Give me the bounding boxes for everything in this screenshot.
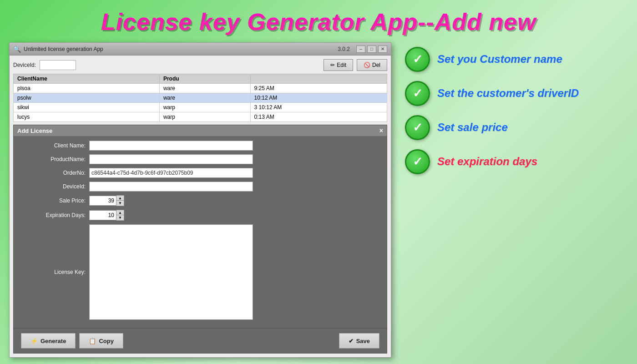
check-mark-3: ✓ <box>413 155 423 169</box>
sale-price-down[interactable]: ▼ <box>116 201 124 206</box>
maximize-button[interactable]: □ <box>367 46 376 53</box>
cell-time: 9:25 AM <box>250 84 387 93</box>
device-id-label: DeviceId: <box>21 183 89 190</box>
feature-text-0: Set you Customer name <box>437 53 562 66</box>
expiration-days-input[interactable] <box>89 210 116 220</box>
check-circle-2: ✓ <box>405 115 430 140</box>
dialog-close-button[interactable]: × <box>379 127 383 134</box>
feature-item-2: ✓Set sale price <box>405 115 628 140</box>
generate-button[interactable]: ⚡ Generate <box>21 333 76 349</box>
dialog-buttons: ⚡ Generate 📋 Copy ✔ Save <box>14 328 387 353</box>
expiration-days-label: Expiration Days: <box>21 212 89 218</box>
sale-price-up[interactable]: ▲ <box>116 196 124 201</box>
expiration-days-down[interactable]: ▼ <box>116 215 124 220</box>
top-bar: DeviceId: ✏ Edit 🚫 Del <box>13 59 387 71</box>
feature-text-2: Set sale price <box>437 121 508 134</box>
del-button[interactable]: 🚫 Del <box>357 59 387 71</box>
dialog-body: Client Name: ProductName: OrderNo: <box>14 136 387 328</box>
close-button[interactable]: ✕ <box>378 46 387 53</box>
product-name-input[interactable] <box>89 154 253 164</box>
edit-label: Edit <box>337 62 346 68</box>
del-label: Del <box>372 62 380 68</box>
page-title: License key Generator App--Add new <box>0 0 637 42</box>
col-header-product: Produ <box>159 74 250 84</box>
window-titlebar: 🔍 Unlimited license generation App 3.0.2… <box>10 43 391 56</box>
cell-client: sikwi <box>14 103 160 112</box>
deviceid-label: DeviceId: <box>13 62 36 68</box>
save-icon: ✔ <box>349 338 354 344</box>
dialog-title: Add License <box>17 127 52 134</box>
copy-button[interactable]: 📋 Copy <box>79 333 123 349</box>
product-name-label: ProductName: <box>21 156 89 162</box>
add-license-dialog: Add License × Client Name: ProductName: <box>13 125 387 354</box>
cell-time: 0:13 AM <box>250 112 387 122</box>
edit-button[interactable]: ✏ Edit <box>324 59 353 71</box>
check-circle-1: ✓ <box>405 81 430 106</box>
feature-item-3: ✓Set expiration days <box>405 149 628 174</box>
check-mark-0: ✓ <box>413 52 423 66</box>
generate-icon: ⚡ <box>30 338 38 344</box>
feature-item-1: ✓Set the customer's driverID <box>405 81 628 106</box>
sale-price-input[interactable] <box>89 196 116 206</box>
cell-product: warp <box>159 103 250 112</box>
table-row[interactable]: sikwi warp 3 10:12 AM <box>14 103 387 112</box>
client-name-input[interactable] <box>89 141 253 151</box>
dialog-titlebar: Add License × <box>14 125 387 136</box>
table-row[interactable]: psolw ware 10:12 AM <box>14 93 387 103</box>
edit-icon: ✏ <box>330 62 335 68</box>
table-row[interactable]: plsoa ware 9:25 AM <box>14 84 387 93</box>
sale-price-label: Sale Price: <box>21 197 89 204</box>
expiration-days-up[interactable]: ▲ <box>116 210 124 215</box>
device-id-input[interactable] <box>89 182 253 192</box>
cell-client: psolw <box>14 93 160 103</box>
feature-item-0: ✓Set you Customer name <box>405 47 628 72</box>
data-table: ClientName Produ plsoa ware 9:25 AM psol… <box>13 74 387 122</box>
copy-icon: 📋 <box>89 338 96 344</box>
cell-product: warp <box>159 112 250 122</box>
window-body: DeviceId: ✏ Edit 🚫 Del ClientName Produ <box>10 56 391 357</box>
window-version: 3.0.2 <box>338 46 350 52</box>
check-mark-2: ✓ <box>413 121 423 135</box>
deviceid-input[interactable] <box>40 60 76 70</box>
minimize-button[interactable]: – <box>356 46 365 53</box>
feature-text-3: Set expiration days <box>437 155 537 168</box>
right-panel: ✓Set you Customer name✓Set the customer'… <box>405 42 628 174</box>
cell-product: ware <box>159 84 250 93</box>
license-key-textarea[interactable] <box>89 224 253 320</box>
table-row[interactable]: lucys warp 0:13 AM <box>14 112 387 122</box>
check-circle-0: ✓ <box>405 47 430 72</box>
cell-client: lucys <box>14 112 160 122</box>
product-name-row: ProductName: <box>21 154 379 164</box>
expiration-days-spinner-btns: ▲ ▼ <box>116 210 124 221</box>
expiration-days-row: Expiration Days: ▲ ▼ <box>21 210 379 221</box>
window-title-text: Unlimited license generation App <box>24 46 103 52</box>
app-window: 🔍 Unlimited license generation App 3.0.2… <box>9 42 391 358</box>
save-button[interactable]: ✔ Save <box>339 333 379 349</box>
generate-label: Generate <box>40 338 66 344</box>
copy-label: Copy <box>99 338 114 344</box>
cell-time: 3 10:12 AM <box>250 103 387 112</box>
save-label: Save <box>356 338 370 344</box>
sale-price-row: Sale Price: ▲ ▼ <box>21 195 379 206</box>
license-key-label: License Key: <box>21 269 89 275</box>
check-mark-1: ✓ <box>413 86 423 101</box>
del-icon: 🚫 <box>364 62 370 68</box>
device-id-row: DeviceId: <box>21 182 379 192</box>
expiration-days-spinner: ▲ ▼ <box>89 210 124 221</box>
window-title-left: 🔍 Unlimited license generation App <box>13 46 103 53</box>
cell-client: plsoa <box>14 84 160 93</box>
window-icon: 🔍 <box>13 46 21 53</box>
client-name-row: Client Name: <box>21 141 379 151</box>
col-header-time <box>250 74 387 84</box>
license-key-row: License Key: <box>21 224 379 320</box>
window-controls: 3.0.2 – □ ✕ <box>338 46 387 53</box>
sale-price-spinner: ▲ ▼ <box>89 195 124 206</box>
cell-time: 10:12 AM <box>250 93 387 103</box>
check-circle-3: ✓ <box>405 149 430 174</box>
cell-product: ware <box>159 93 250 103</box>
order-no-input[interactable] <box>89 168 253 178</box>
main-layout: 🔍 Unlimited license generation App 3.0.2… <box>0 42 637 358</box>
sale-price-spinner-btns: ▲ ▼ <box>116 195 124 206</box>
col-header-client: ClientName <box>14 74 160 84</box>
order-no-label: OrderNo: <box>21 170 89 176</box>
